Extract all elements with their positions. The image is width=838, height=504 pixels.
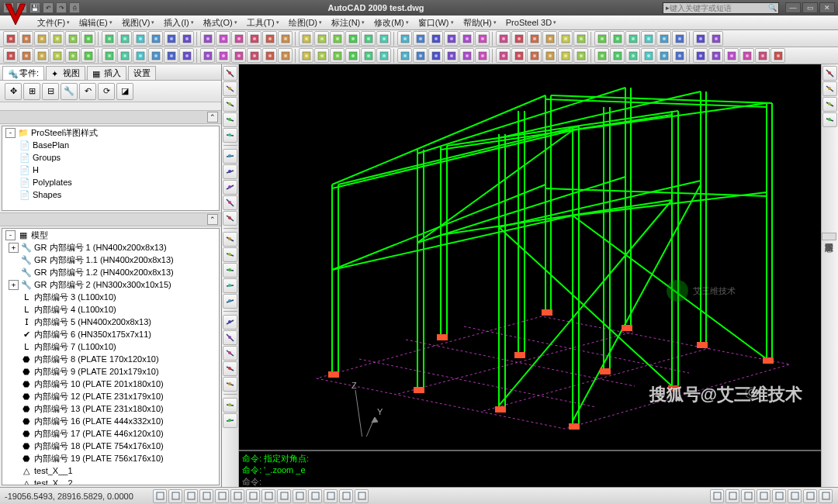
ps-btn-40[interactable]: [656, 48, 671, 63]
status-left-sbtn-1[interactable]: [168, 489, 182, 503]
qat-undo-icon[interactable]: ↶: [43, 2, 54, 13]
std-btn-40[interactable]: [656, 31, 671, 46]
std-btn-20[interactable]: [330, 31, 345, 46]
app-logo[interactable]: [3, 2, 28, 29]
draw-vbtn-19[interactable]: [223, 377, 237, 392]
draw-vbtn-5[interactable]: [223, 149, 237, 164]
tree2-item-4[interactable]: 𝖫内部编号 3 (L100x10): [2, 291, 219, 303]
draw-vbtn-16[interactable]: [223, 330, 237, 345]
tree2-item-10[interactable]: ⬣内部编号 9 (PLATE 201x179x10): [2, 365, 219, 378]
nav-vbtn-2[interactable]: [822, 97, 837, 112]
qat-save-icon[interactable]: 💾: [29, 2, 40, 13]
command-line[interactable]: 命令: 指定对角点: 命令: '_.zoom _e 命令:: [239, 450, 821, 487]
std-btn-6[interactable]: [102, 31, 116, 46]
search-input[interactable]: [670, 4, 768, 12]
draw-vbtn-9[interactable]: [223, 211, 237, 226]
ps-btn-37[interactable]: [610, 48, 625, 63]
std-btn-38[interactable]: [625, 31, 640, 46]
panel-btn-1[interactable]: ✥: [5, 83, 22, 100]
status-left-sbtn-3[interactable]: [199, 489, 213, 503]
panel-collapse-2[interactable]: ⌃: [207, 214, 218, 225]
draw-vbtn-2[interactable]: [223, 97, 237, 112]
ps-btn-44[interactable]: [724, 48, 739, 63]
ps-btn-7[interactable]: [117, 48, 132, 63]
tree1-item-0[interactable]: 📄BasePlan: [2, 139, 219, 151]
std-btn-39[interactable]: [641, 31, 656, 46]
draw-vbtn-3[interactable]: [223, 112, 237, 127]
ps-btn-0[interactable]: [3, 48, 18, 63]
draw-vbtn-14[interactable]: [223, 294, 237, 309]
status-left-sbtn-8[interactable]: [277, 489, 291, 503]
menu-0[interactable]: 文件(F)▾: [33, 16, 74, 30]
draw-vbtn-11[interactable]: [223, 247, 237, 262]
panel-btn-4[interactable]: 🔧: [61, 83, 78, 100]
std-btn-5[interactable]: [81, 31, 95, 46]
std-btn-32[interactable]: [527, 31, 542, 46]
ps-btn-15[interactable]: [247, 48, 261, 63]
status-right-sbtn-1[interactable]: [725, 489, 739, 503]
tab-settings[interactable]: 设置: [128, 66, 156, 80]
std-btn-27[interactable]: [444, 31, 459, 46]
std-btn-15[interactable]: [247, 31, 261, 46]
menu-5[interactable]: 工具(T)▾: [242, 16, 284, 30]
ps-btn-21[interactable]: [345, 48, 360, 63]
status-right-sbtn-2[interactable]: [741, 489, 755, 503]
tree2-item-17[interactable]: ⬣内部编号 19 (PLATE 756x176x10): [2, 452, 219, 464]
ps-btn-35[interactable]: [573, 48, 588, 63]
tree2-item-7[interactable]: ✔内部编号 6 (HN350x175x7x11): [2, 328, 219, 340]
ps-btn-20[interactable]: [330, 48, 345, 63]
status-left-sbtn-6[interactable]: [246, 489, 260, 503]
search-icon[interactable]: 🔍: [768, 4, 777, 12]
menu-9[interactable]: 窗口(W)▾: [414, 16, 459, 30]
std-btn-10[interactable]: [164, 31, 178, 46]
menu-6[interactable]: 绘图(D)▾: [284, 16, 327, 30]
ps-btn-1[interactable]: [19, 48, 33, 63]
tree2-item-12[interactable]: ⬣内部编号 12 (PLATE 231x179x10): [2, 390, 219, 402]
std-btn-19[interactable]: [314, 31, 329, 46]
ps-btn-38[interactable]: [625, 48, 640, 63]
qat-redo-icon[interactable]: ↷: [56, 2, 67, 13]
ps-btn-31[interactable]: [511, 48, 526, 63]
ps-btn-32[interactable]: [527, 48, 542, 63]
tab-view[interactable]: ✦视图: [46, 66, 85, 80]
ps-btn-46[interactable]: [755, 48, 770, 63]
std-btn-28[interactable]: [459, 31, 474, 46]
panel-collapse-1[interactable]: ⌃: [207, 112, 218, 123]
ps-btn-5[interactable]: [81, 48, 95, 63]
maximize-button[interactable]: ▭: [802, 2, 818, 13]
ps-btn-39[interactable]: [641, 48, 656, 63]
std-btn-4[interactable]: [65, 31, 80, 46]
std-btn-11[interactable]: [179, 31, 194, 46]
std-btn-13[interactable]: [216, 31, 230, 46]
status-left-sbtn-7[interactable]: [261, 489, 275, 503]
draw-vbtn-17[interactable]: [223, 346, 237, 361]
ps-btn-14[interactable]: [231, 48, 246, 63]
menu-7[interactable]: 标注(N)▾: [327, 16, 369, 30]
menu-2[interactable]: 视图(V)▾: [117, 16, 160, 30]
std-btn-41[interactable]: [672, 31, 687, 46]
tree1-item-3[interactable]: 📄Polyplates: [2, 176, 219, 188]
ps-btn-45[interactable]: [739, 48, 754, 63]
draw-vbtn-15[interactable]: [223, 315, 237, 330]
std-btn-18[interactable]: [299, 31, 313, 46]
std-btn-42[interactable]: [693, 31, 708, 46]
ps-btn-42[interactable]: [693, 48, 708, 63]
minimize-button[interactable]: —: [785, 2, 801, 13]
tree2-item-18[interactable]: △test_X__1: [2, 464, 219, 477]
ps-btn-27[interactable]: [444, 48, 459, 63]
std-btn-2[interactable]: [34, 31, 49, 46]
std-btn-24[interactable]: [397, 31, 412, 46]
status-left-sbtn-5[interactable]: [230, 489, 244, 503]
tree2-item-8[interactable]: 𝖫内部编号 7 (L100x10): [2, 340, 219, 353]
tree2-item-5[interactable]: 𝖫内部编号 4 (L100x10): [2, 303, 219, 316]
draw-vbtn-8[interactable]: [223, 195, 237, 210]
std-btn-3[interactable]: [50, 31, 64, 46]
panel-btn-7[interactable]: ◪: [116, 83, 133, 100]
help-search[interactable]: ▸ 🔍: [663, 2, 779, 14]
layer-manager-label[interactable]: 图层状态管理器: [822, 233, 836, 240]
tree-model[interactable]: -▦模型+🔧GR 内部编号 1 (HN400x200x8x13)🔧GR 内部编号…: [2, 228, 220, 485]
ps-btn-6[interactable]: [102, 48, 116, 63]
ps-btn-10[interactable]: [164, 48, 178, 63]
drawing-canvas[interactable]: X Y Z 3 2 1 A B C 艾三维技术 搜狐号@艾三维技术: [239, 64, 821, 450]
tree2-item-11[interactable]: ⬣内部编号 10 (PLATE 201x180x10): [2, 378, 219, 390]
